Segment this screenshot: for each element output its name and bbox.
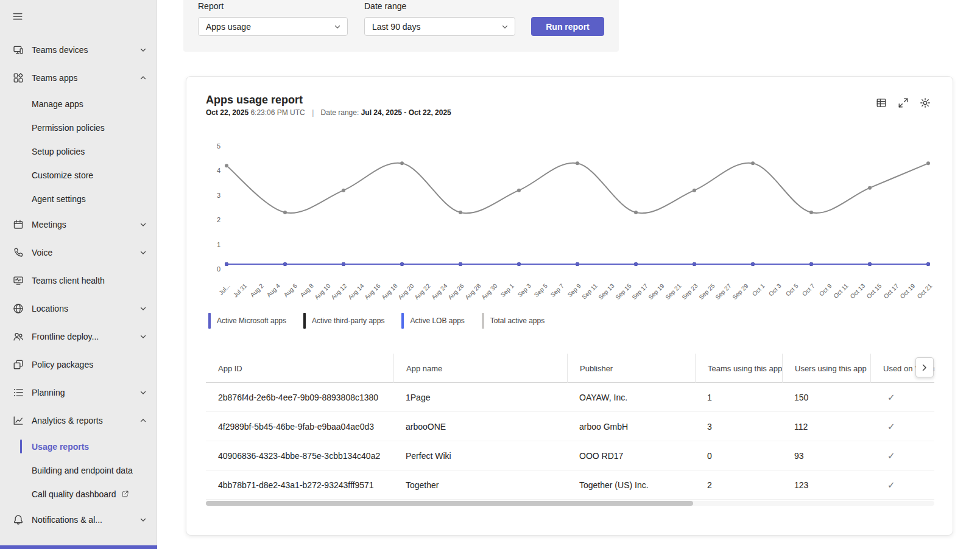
sidebar-item-label: Teams devices	[32, 45, 88, 55]
sidebar-item-usage-reports[interactable]: Usage reports	[0, 435, 157, 458]
svg-text:0: 0	[217, 265, 220, 273]
checkmark-icon: ✓	[870, 480, 934, 491]
date-range-dropdown[interactable]: Last 90 days	[364, 17, 515, 36]
chevron-down-icon	[139, 516, 147, 523]
sidebar: Teams devices Teams apps Manage apps Per…	[0, 0, 157, 549]
report-generated-time: 6:23:06 PM UTC	[250, 108, 305, 117]
report-generated-date: Oct 22, 2025	[206, 108, 249, 117]
table-header-row: App ID App name Publisher Teams using th…	[206, 354, 934, 383]
report-actions	[873, 95, 933, 111]
sidebar-item-teams-apps[interactable]: Teams apps	[0, 64, 157, 92]
report-type-dropdown[interactable]: Apps usage	[198, 17, 348, 36]
policy-packages-icon	[12, 358, 24, 371]
legend-swatch	[303, 313, 306, 329]
settings-gear-icon	[920, 97, 931, 108]
teams-apps-icon	[12, 72, 24, 84]
sidebar-item-manage-apps[interactable]: Manage apps	[0, 92, 157, 116]
sidebar-item-frontline-deployment[interactable]: Frontline deploy...	[0, 323, 157, 351]
svg-text:5: 5	[217, 142, 220, 150]
hamburger-icon	[12, 11, 23, 22]
chevron-right-icon	[920, 363, 929, 372]
export-excel-button[interactable]	[873, 95, 889, 111]
sidebar-item-policy-packages[interactable]: Policy packages	[0, 351, 157, 379]
sidebar-item-label: Teams apps	[32, 73, 77, 83]
sidebar-item-locations[interactable]: Locations	[0, 295, 157, 323]
chevron-down-icon	[139, 333, 147, 340]
cell-teams-using: 3	[695, 422, 782, 432]
sidebar-item-teams-devices[interactable]: Teams devices	[0, 36, 157, 64]
table-scroll-right-button[interactable]	[915, 357, 934, 377]
sidebar-item-teams-client-health[interactable]: Teams client health	[0, 267, 157, 295]
table-row: 4bb78b71-d8e2-43a1-b272-93243fff9571 Tog…	[206, 470, 934, 500]
legend-swatch	[482, 313, 484, 329]
svg-text:4: 4	[217, 167, 220, 174]
sidebar-bottom-strip	[0, 545, 157, 549]
sidebar-item-notifications-alerts[interactable]: Notifications & al...	[0, 506, 157, 534]
cell-teams-using: 2	[695, 480, 782, 490]
chevron-down-icon	[139, 305, 147, 312]
sidebar-item-call-quality-dashboard[interactable]: Call quality dashboard	[0, 482, 157, 506]
table-row: 40906836-4323-4bbe-875e-3cbb134c40a2 Per…	[206, 441, 934, 470]
column-header-app-name: App name	[393, 354, 567, 383]
locations-globe-icon	[12, 302, 24, 315]
voice-phone-icon	[12, 247, 24, 259]
table-horizontal-scrollbar[interactable]	[206, 501, 934, 506]
chart-legend: Active Microsoft apps Active third-party…	[208, 313, 545, 329]
sidebar-item-customize-store[interactable]: Customize store	[0, 163, 157, 187]
table-body: 2b876f4d-2e6b-4ee7-9b09-8893808c1380 1Pa…	[206, 383, 934, 500]
report-type-value: Apps usage	[206, 22, 251, 32]
legend-item-active-lob-apps[interactable]: Active LOB apps	[401, 313, 464, 329]
column-header-app-id: App ID	[206, 354, 393, 383]
checkmark-icon: ✓	[870, 421, 934, 432]
sidebar-item-setup-policies[interactable]: Setup policies	[0, 139, 157, 163]
expand-icon	[898, 97, 909, 108]
cell-teams-using: 1	[695, 393, 782, 402]
cell-teams-using: 0	[695, 451, 782, 461]
run-report-button[interactable]: Run report	[531, 17, 604, 36]
cell-app-name: Together	[393, 480, 567, 490]
legend-item-active-microsoft-apps[interactable]: Active Microsoft apps	[208, 313, 286, 329]
analytics-chart-icon	[12, 414, 24, 427]
table-row: 2b876f4d-2e6b-4ee7-9b09-8893808c1380 1Pa…	[206, 383, 934, 412]
chevron-up-icon	[139, 74, 147, 82]
hamburger-menu-button[interactable]	[9, 7, 27, 26]
report-filters-panel: Report Date range Apps usage Last 90 day…	[183, 0, 619, 52]
chart-x-axis-labels: Jul...Jul 31Aug 2Aug 4Aug 6Aug 8Aug 10Au…	[206, 279, 934, 318]
planning-list-icon	[12, 386, 24, 399]
sidebar-item-voice[interactable]: Voice	[0, 239, 157, 267]
cell-users-using: 112	[782, 422, 870, 432]
report-date-range-value: Jul 24, 2025 - Oct 22, 2025	[361, 108, 451, 117]
legend-item-active-third-party-apps[interactable]: Active third-party apps	[303, 313, 384, 329]
sidebar-item-building-endpoint-data[interactable]: Building and endpoint data	[0, 458, 157, 482]
cell-app-name: 1Page	[393, 393, 567, 402]
apps-usage-table: App ID App name Publisher Teams using th…	[206, 354, 934, 500]
svg-text:2: 2	[217, 216, 220, 223]
column-header-users-using: Users using this app	[782, 354, 870, 383]
cell-users-using: 93	[782, 451, 870, 461]
chevron-down-icon	[501, 23, 509, 30]
chevron-down-icon	[334, 23, 341, 30]
chevron-down-icon	[139, 249, 147, 256]
chart-settings-button[interactable]	[917, 95, 933, 111]
cell-app-id: 4bb78b71-d8e2-43a1-b272-93243fff9571	[206, 480, 393, 490]
frontline-people-icon	[12, 330, 24, 343]
sidebar-item-meetings[interactable]: Meetings	[0, 211, 157, 239]
fullscreen-button[interactable]	[895, 95, 911, 111]
sidebar-item-permission-policies[interactable]: Permission policies	[0, 116, 157, 139]
checkmark-icon: ✓	[870, 392, 934, 403]
report-filter-label: Report	[198, 1, 224, 11]
cell-app-name: Perfect Wiki	[393, 451, 567, 461]
column-header-teams-using: Teams using this app	[695, 354, 782, 383]
sidebar-item-agent-settings[interactable]: Agent settings	[0, 187, 157, 211]
external-link-icon	[121, 490, 129, 498]
cell-publisher: Together (US) Inc.	[567, 480, 695, 490]
sidebar-item-analytics-reports[interactable]: Analytics & reports	[0, 407, 157, 435]
client-health-icon	[12, 274, 24, 287]
excel-export-icon	[876, 97, 887, 108]
cell-publisher: OAYAW, Inc.	[567, 393, 695, 402]
legend-item-total-active-apps[interactable]: Total active apps	[482, 313, 545, 329]
sidebar-item-planning[interactable]: Planning	[0, 379, 157, 407]
cell-app-id: 40906836-4323-4bbe-875e-3cbb134c40a2	[206, 451, 393, 461]
usage-chart-svg: 012345	[206, 138, 934, 279]
scrollbar-thumb[interactable]	[206, 501, 693, 506]
